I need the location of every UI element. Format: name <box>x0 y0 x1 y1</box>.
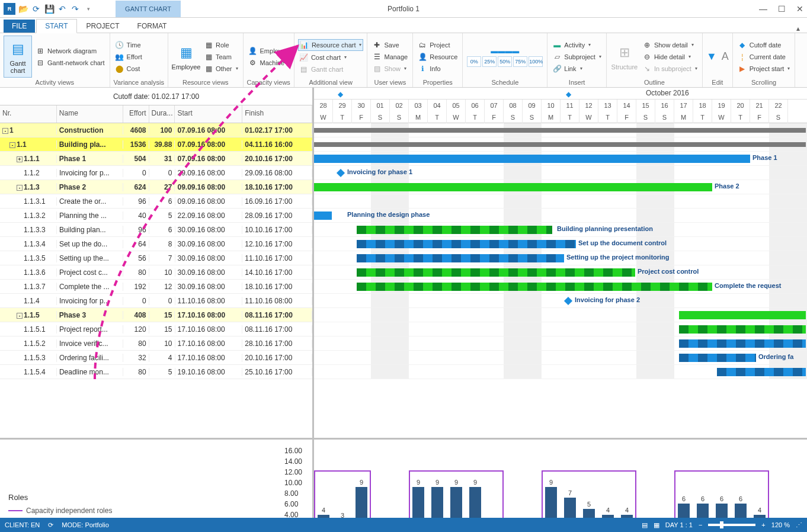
open-icon[interactable]: 📂 <box>18 4 28 14</box>
col-dura[interactable]: Dura... <box>149 105 175 123</box>
gantt-network-button[interactable]: ⊟Gantt-network chart <box>34 57 106 68</box>
col-name[interactable]: Name <box>57 105 123 123</box>
activity-insert-button[interactable]: ▬Activity <box>551 40 603 50</box>
cap-employee-button[interactable]: 👤Employee <box>247 46 290 56</box>
refresh-status-icon[interactable]: ⟳ <box>48 521 53 529</box>
table-row[interactable]: -1.1Building pla...153639.8807.09.16 08:… <box>0 137 312 152</box>
hide-detail-button[interactable]: ⊖Hide detail <box>641 52 699 62</box>
table-row[interactable]: 1.1.5.3Ordering facili...32417.10.16 08:… <box>0 351 312 365</box>
minimize-button[interactable]: — <box>759 4 767 14</box>
status-icon[interactable]: ▤ <box>642 521 648 529</box>
gantt-bar[interactable] <box>679 311 806 319</box>
cost-button[interactable]: ⬤Cost <box>114 63 143 74</box>
other-button[interactable]: ▦Other <box>203 63 239 74</box>
cap-machine-button[interactable]: ⚙Machine <box>247 57 290 68</box>
col-effort[interactable]: Effort <box>123 105 149 123</box>
link-button[interactable]: 🔗Link <box>551 63 603 74</box>
status-icon[interactable]: ▦ <box>654 521 659 529</box>
table-row[interactable]: 1.1.3.4Set up the do...64830.09.16 08:00… <box>0 237 312 251</box>
resource-chart-button[interactable]: 📊Resource chart <box>298 39 364 51</box>
filter-icon[interactable]: ▼ <box>706 50 717 63</box>
employee-view-button[interactable]: ▦Employee <box>172 36 200 78</box>
table-row[interactable]: 1.1.4Invoicing for p...0011.10.16 08:001… <box>0 294 312 308</box>
gantt-pane[interactable]: October 2016 ◆ ◆ 28293001020304050607080… <box>314 88 807 438</box>
zoom-100-button[interactable]: 100% <box>529 56 543 67</box>
zoom-25-button[interactable]: 25% <box>482 56 497 67</box>
gantt-bar[interactable] <box>679 325 806 334</box>
project-props-button[interactable]: 🗂Project <box>417 40 459 50</box>
table-row[interactable]: 1.1.3.7Complete the ...1921230.09.16 08:… <box>0 280 312 294</box>
table-row[interactable]: 1.1.3.3Building plan...96630.09.16 08:00… <box>0 223 312 237</box>
subproject-button[interactable]: ▱Subproject <box>551 52 603 62</box>
current-date-button[interactable]: ¦Current date <box>736 52 792 62</box>
cutoff-date-button[interactable]: ◆Cutoff date <box>736 40 792 50</box>
table-row[interactable]: 1.1.3.6Project cost c...801030.09.16 08:… <box>0 265 312 280</box>
resize-grip-icon[interactable]: ⋰ <box>796 521 802 529</box>
zoom-out-icon[interactable]: − <box>699 521 702 528</box>
save-view-button[interactable]: ✚Save <box>371 40 409 50</box>
col-finish[interactable]: Finish <box>242 105 312 123</box>
table-row[interactable]: -1Construction460810007.09.16 08:0001.02… <box>0 123 312 137</box>
info-button[interactable]: ℹInfo <box>417 63 459 74</box>
effort-button[interactable]: 👥Effort <box>114 52 143 62</box>
network-diagram-button[interactable]: ⊞Network diagram <box>34 46 106 56</box>
gantt-bar[interactable] <box>717 368 806 376</box>
role-button[interactable]: ▦Role <box>203 40 239 50</box>
gantt-bar[interactable] <box>357 240 576 248</box>
refresh-icon[interactable]: ⟳ <box>31 4 41 14</box>
milestone[interactable] <box>337 169 345 177</box>
project-start-button[interactable]: ▶Project start <box>736 63 792 74</box>
close-button[interactable]: ✕ <box>796 4 803 14</box>
zoom-0-button[interactable]: 0% <box>467 56 481 67</box>
maximize-button[interactable]: ☐ <box>778 4 786 14</box>
show-view-button[interactable]: ▤Show <box>371 63 409 74</box>
gantt-bar[interactable] <box>314 183 712 191</box>
team-button[interactable]: ▦Team <box>203 52 239 62</box>
table-row[interactable]: +1.1.1Phase 15043107.09.16 08:0020.10.16… <box>0 152 312 166</box>
gantt-bar[interactable] <box>357 254 564 262</box>
table-row[interactable]: 1.1.3.1Create the or...96609.09.16 08:00… <box>0 194 312 209</box>
milestone[interactable] <box>564 297 572 305</box>
qat-dropdown-icon[interactable]: ▾ <box>83 4 94 14</box>
gantt-bar[interactable] <box>357 268 635 277</box>
cost-chart-button[interactable]: 📈Cost chart <box>298 52 364 63</box>
table-row[interactable]: 1.1.3.2Planning the ...40522.09.16 08:00… <box>0 209 312 223</box>
table-row[interactable]: 1.1.5.1Project report...1201517.10.16 08… <box>0 322 312 336</box>
manage-view-button[interactable]: ☰Manage <box>371 52 409 62</box>
ribbon-collapse-icon[interactable]: ▴ <box>796 24 800 33</box>
tab-format[interactable]: FORMAT <box>129 20 175 33</box>
redo-icon[interactable]: ↷ <box>70 4 81 14</box>
undo-icon[interactable]: ↶ <box>57 4 68 14</box>
gantt-bar[interactable] <box>314 128 806 133</box>
save-icon[interactable]: 💾 <box>44 4 55 14</box>
font-icon[interactable]: A <box>722 50 729 63</box>
resource-props-button[interactable]: 👤Resource <box>417 52 459 62</box>
gantt-bar[interactable] <box>314 155 750 163</box>
gantt-body[interactable]: Phase 1Invoicing for phase 1Phase 2Plann… <box>314 123 807 438</box>
gantt-bar[interactable] <box>679 354 756 362</box>
tab-project[interactable]: PROJECT <box>78 20 128 33</box>
table-row[interactable]: 1.1.5.2Invoice verific...801017.10.16 08… <box>0 336 312 351</box>
table-row[interactable]: 1.1.3.5Setting up the...56730.09.16 08:0… <box>0 251 312 265</box>
zoom-50-button[interactable]: 50% <box>498 56 512 67</box>
col-nr[interactable]: Nr. <box>0 105 57 123</box>
show-detail-button[interactable]: ⊕Show detail <box>641 40 699 50</box>
tab-file[interactable]: FILE <box>4 20 35 33</box>
time-button[interactable]: 🕓Time <box>114 40 143 50</box>
table-row[interactable]: 1.1.2Invoicing for p...0029.09.16 08:002… <box>0 166 312 180</box>
zoom-in-icon[interactable]: + <box>761 521 765 528</box>
table-row[interactable]: 1.1.5.4Deadline mon...80519.10.16 08:002… <box>0 365 312 379</box>
tab-start[interactable]: START <box>36 19 76 33</box>
gantt-chart-button[interactable]: ▤ Gantt chart <box>4 36 32 78</box>
activity-icon: ▬ <box>552 40 562 50</box>
zoom-75-button[interactable]: 75% <box>513 56 527 67</box>
gantt-bar[interactable] <box>357 226 552 234</box>
col-start[interactable]: Start <box>175 105 242 123</box>
gantt-bar[interactable] <box>679 339 806 348</box>
gantt-bar[interactable] <box>314 211 332 220</box>
table-row[interactable]: -1.1.5Phase 34081517.10.16 08:0008.11.16… <box>0 308 312 322</box>
gantt-bar[interactable] <box>314 142 806 147</box>
table-row[interactable]: -1.1.3Phase 26242709.09.16 08:0018.10.16… <box>0 180 312 194</box>
gantt-bar[interactable] <box>357 283 712 291</box>
zoom-slider[interactable] <box>708 524 755 526</box>
